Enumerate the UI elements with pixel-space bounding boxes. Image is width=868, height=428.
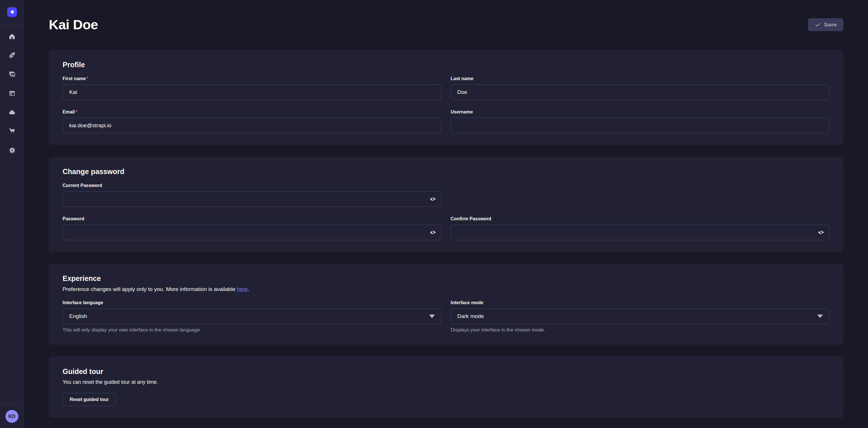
interface-mode-label: Interface mode [451, 300, 830, 306]
interface-mode-value: Dark mode [457, 313, 484, 319]
sidebar-item-content-manager[interactable] [6, 49, 18, 61]
last-name-label: Last name [451, 76, 830, 82]
required-asterisk: * [75, 109, 77, 114]
strapi-logo-button[interactable] [7, 7, 17, 17]
interface-language-value: English [69, 313, 87, 319]
new-password-label: Password [63, 216, 441, 222]
deploy-cloud-icon [8, 109, 16, 116]
content-feather-icon [9, 52, 16, 59]
sidebar: KD [0, 0, 24, 428]
avatar-initials: KD [8, 413, 16, 419]
profile-card: Profile First name* Last name Email* Use… [49, 50, 843, 145]
sidebar-item-media-library[interactable] [6, 68, 18, 80]
interface-language-hint: This will only display your own interfac… [63, 327, 441, 333]
page-title: Kai Doe [49, 17, 98, 33]
main-content: Kai Doe Save Profile First name* Last na… [24, 0, 868, 428]
sidebar-item-content-type-builder[interactable] [6, 88, 18, 99]
save-button[interactable]: Save [808, 19, 843, 31]
guided-tour-card: Guided tour You can reset the guided tou… [49, 357, 843, 418]
eye-off-icon [429, 229, 437, 236]
change-password-card-title: Change password [63, 167, 830, 176]
reset-guided-tour-button[interactable]: Reset guided tour [63, 393, 116, 406]
first-name-label: First name* [63, 76, 441, 82]
interface-mode-select[interactable]: Dark mode [451, 309, 830, 324]
toggle-current-password-visibility-button[interactable] [428, 194, 438, 204]
experience-description: Preference changes will apply only to yo… [63, 286, 830, 293]
guided-tour-description: You can reset the guided tour at any tim… [63, 379, 830, 386]
toggle-new-password-visibility-button[interactable] [428, 227, 438, 237]
interface-language-select[interactable]: English [63, 309, 441, 324]
guided-tour-card-title: Guided tour [63, 367, 830, 376]
save-button-label: Save [824, 22, 837, 28]
last-name-input[interactable] [451, 84, 830, 100]
more-information-link[interactable]: here [237, 286, 248, 292]
username-label: Username [451, 109, 830, 115]
marketplace-cart-icon [9, 127, 16, 135]
profile-form: First name* Last name Email* Username [63, 76, 830, 133]
profile-card-title: Profile [63, 60, 830, 69]
interface-mode-hint: Displays your interface in the chosen mo… [451, 327, 830, 333]
first-name-field-group: First name* [63, 76, 441, 100]
check-icon [815, 22, 821, 28]
email-field-group: Email* [63, 109, 441, 133]
last-name-field-group: Last name [451, 76, 830, 100]
confirm-password-input[interactable] [451, 225, 830, 240]
caret-down-icon [429, 315, 435, 318]
required-asterisk: * [86, 76, 88, 81]
change-password-card: Change password Current Password Pas [49, 157, 843, 252]
username-field-group: Username [451, 109, 830, 133]
sidebar-item-home[interactable] [6, 31, 18, 42]
confirm-password-field-group: Confirm Password [451, 216, 830, 240]
home-icon [9, 33, 16, 40]
page-header: Kai Doe Save [49, 17, 843, 33]
email-input[interactable] [63, 118, 441, 133]
email-label: Email* [63, 109, 441, 115]
new-password-field-group: Password [63, 216, 441, 240]
experience-card-title: Experience [63, 274, 830, 283]
strapi-logo-icon [9, 9, 15, 15]
eye-off-icon [429, 195, 437, 203]
sidebar-item-marketplace[interactable] [6, 125, 18, 137]
content-type-builder-icon [9, 90, 16, 97]
change-password-form: Current Password Password [63, 183, 830, 240]
eye-off-icon [817, 229, 825, 236]
interface-language-label: Interface language [63, 300, 441, 306]
interface-mode-field-group: Interface mode Dark mode Displays your i… [451, 300, 830, 333]
username-input[interactable] [451, 118, 830, 133]
confirm-password-label: Confirm Password [451, 216, 830, 222]
media-library-icon [9, 71, 16, 78]
caret-down-icon [817, 315, 823, 318]
new-password-input[interactable] [63, 225, 441, 240]
toggle-confirm-password-visibility-button[interactable] [816, 227, 826, 237]
first-name-input[interactable] [63, 84, 441, 100]
settings-gear-icon [9, 147, 16, 154]
sidebar-divider-bottom [0, 404, 24, 404]
sidebar-item-settings[interactable] [6, 144, 18, 156]
experience-form: Interface language English This will onl… [63, 300, 830, 333]
sidebar-item-deploy[interactable] [6, 107, 18, 118]
current-password-input[interactable] [63, 191, 441, 207]
current-password-field-group: Current Password [63, 183, 441, 207]
experience-card: Experience Preference changes will apply… [49, 264, 843, 345]
current-password-label: Current Password [63, 183, 441, 189]
user-avatar[interactable]: KD [5, 410, 19, 423]
interface-language-field-group: Interface language English This will onl… [63, 300, 441, 333]
